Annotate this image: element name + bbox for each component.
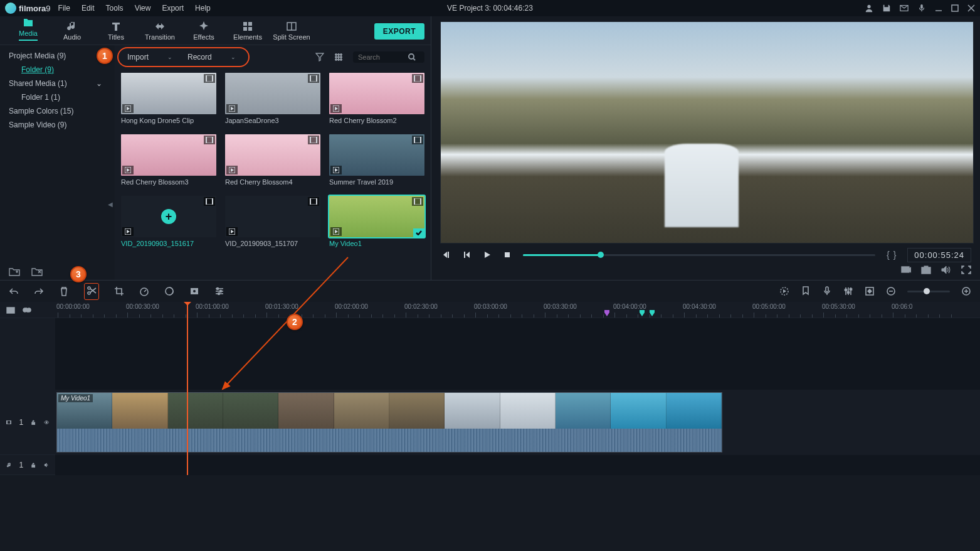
stop-icon[interactable] [503, 250, 512, 259]
svg-point-17 [335, 54, 337, 56]
search-icon[interactable] [408, 53, 416, 61]
sidebar-folder-1[interactable]: Folder 1 (1) [0, 90, 115, 104]
sidebar-sample-video[interactable]: Sample Video (9) [0, 118, 115, 132]
in-out-brackets[interactable]: {} [887, 250, 896, 260]
sidebar-sample-colors[interactable]: Sample Colors (15) [0, 104, 115, 118]
speed-icon[interactable] [139, 286, 149, 296]
sidebar-folder[interactable]: Folder (9) [0, 63, 115, 77]
lock-icon[interactable] [31, 418, 36, 427]
menu-help[interactable]: Help [195, 4, 211, 13]
tab-split-screen[interactable]: Split Screen [270, 21, 313, 45]
import-button[interactable]: Import⌄ [120, 50, 180, 64]
render-icon[interactable] [779, 286, 789, 296]
add-to-timeline-icon[interactable]: + [161, 209, 176, 224]
menu-export[interactable]: Export [162, 4, 184, 13]
eye-icon[interactable] [44, 418, 49, 427]
svg-point-76 [193, 290, 196, 292]
lock-icon[interactable] [31, 461, 36, 469]
prev-frame-icon[interactable] [463, 250, 472, 259]
chevron-down-icon[interactable]: ⌄ [96, 79, 102, 88]
snapshot-icon[interactable] [921, 265, 931, 274]
audio-mixer-icon[interactable] [843, 286, 853, 296]
chevron-down-icon[interactable]: ⌄ [167, 54, 172, 60]
quality-icon[interactable] [901, 265, 911, 274]
redo-icon[interactable] [34, 286, 44, 296]
zoom-in-icon[interactable] [961, 286, 971, 296]
export-button[interactable]: EXPORT [374, 23, 424, 40]
filter-icon[interactable] [315, 53, 324, 62]
green-screen-icon[interactable] [189, 286, 199, 296]
playback-progress[interactable] [523, 254, 875, 256]
zoom-slider[interactable] [907, 291, 950, 292]
tracks-area[interactable]: 00:00:00:0000:00:30:0000:01:00:0000:01:3… [55, 302, 980, 475]
play-icon[interactable] [483, 250, 492, 259]
video-track[interactable]: My Video1 [55, 390, 980, 455]
volume-icon[interactable] [941, 265, 951, 274]
menu-edit[interactable]: Edit [82, 4, 95, 13]
sidebar-collapse-icon[interactable]: ◀ [108, 201, 113, 208]
tab-audio[interactable]: Audio [50, 21, 94, 45]
sidebar-shared-media[interactable]: Shared Media (1)⌄ [0, 77, 115, 90]
add-track-icon[interactable] [6, 306, 15, 314]
undo-icon[interactable] [9, 286, 19, 296]
record-button[interactable]: Record⌄ [180, 50, 243, 64]
keyframe-icon[interactable] [865, 286, 875, 296]
media-thumb[interactable]: Red Cherry Blossom3 [121, 134, 216, 186]
media-thumb[interactable]: Summer Travel 2019 [329, 134, 424, 186]
svg-rect-65 [464, 252, 465, 258]
window-close-icon[interactable] [967, 4, 975, 12]
media-thumb[interactable]: Red Cherry Blossom2 [329, 73, 424, 124]
grid-view-icon[interactable] [334, 53, 343, 62]
menu-file[interactable]: File [58, 4, 70, 13]
playhead[interactable] [187, 302, 188, 475]
crop-icon[interactable] [114, 286, 124, 296]
chevron-down-icon[interactable]: ⌄ [231, 54, 236, 60]
user-icon[interactable] [865, 4, 873, 13]
media-thumb[interactable]: Red Cherry Blossom4 [225, 134, 320, 186]
media-thumb[interactable]: VID_20190903_151707 [225, 196, 320, 247]
mail-icon[interactable] [900, 4, 909, 13]
delete-icon[interactable] [59, 286, 69, 296]
save-icon[interactable] [882, 4, 891, 13]
delete-folder-icon[interactable] [31, 267, 43, 276]
marker-cyan[interactable] [640, 310, 645, 316]
add-folder-icon[interactable] [9, 267, 20, 276]
marker-cyan[interactable] [650, 310, 655, 316]
fullscreen-icon[interactable] [961, 265, 971, 274]
menu-view[interactable]: View [135, 4, 151, 13]
mic-icon[interactable] [917, 4, 926, 13]
tab-media[interactable]: Media [6, 17, 50, 45]
media-thumb[interactable]: JapanSeaDrone3 [225, 73, 320, 124]
search-box[interactable] [353, 51, 424, 63]
step-back-icon[interactable] [443, 250, 451, 259]
tab-titles[interactable]: Titles [94, 21, 138, 45]
link-icon[interactable] [23, 306, 31, 314]
zoom-knob[interactable] [924, 288, 930, 294]
search-input[interactable] [358, 53, 408, 61]
voiceover-icon[interactable] [822, 286, 832, 296]
zoom-out-icon[interactable] [886, 286, 896, 296]
timeline-toolbar [0, 281, 980, 302]
color-icon[interactable] [164, 286, 174, 296]
tab-effects[interactable]: Effects [182, 21, 226, 45]
speaker-icon[interactable] [44, 461, 49, 469]
window-minimize-icon[interactable] [935, 4, 942, 12]
media-thumb[interactable]: +VID_20190903_151617 [121, 196, 216, 247]
preview-frame-image [441, 22, 973, 243]
timeline-clip[interactable]: My Video1 [56, 392, 722, 452]
menu-tools[interactable]: Tools [106, 4, 124, 13]
split-scissors-icon[interactable] [84, 283, 99, 300]
tab-elements[interactable]: Elements [226, 21, 270, 45]
marker-icon[interactable] [801, 286, 811, 296]
tab-transition[interactable]: Transition [138, 21, 182, 45]
preview-viewport[interactable] [440, 21, 974, 243]
window-maximize-icon[interactable] [951, 4, 959, 12]
audio-track[interactable] [55, 455, 980, 475]
svg-rect-38 [420, 75, 421, 82]
svg-rect-8 [248, 22, 252, 26]
media-thumb[interactable]: My Video1 [329, 196, 424, 247]
timeline-ruler[interactable]: 00:00:00:0000:00:30:0000:01:00:0000:01:3… [55, 302, 980, 318]
media-thumb[interactable]: Hong Kong Drone5 Clip [121, 73, 216, 124]
progress-knob[interactable] [598, 252, 604, 258]
marker-purple[interactable] [604, 310, 609, 316]
